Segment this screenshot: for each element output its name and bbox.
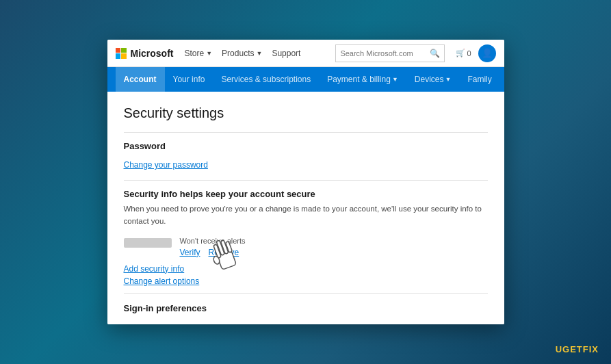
devices-chevron-icon: ▼ — [445, 76, 451, 83]
nav-payment-billing[interactable]: Payment & billing ▼ — [319, 67, 406, 92]
logo-sq-green — [121, 48, 127, 53]
search-bar[interactable]: 🔍 — [335, 44, 445, 62]
products-chevron-icon: ▼ — [256, 50, 262, 57]
nav-your-info[interactable]: Your info — [165, 67, 213, 92]
topbar-actions: 🛒 0 👤 — [456, 44, 495, 62]
nav-security-privacy[interactable]: Security & privacy — [500, 67, 504, 92]
search-icon: 🔍 — [430, 49, 440, 58]
add-security-info-link[interactable]: Add security info — [124, 264, 488, 274]
nav-devices[interactable]: Devices ▼ — [406, 67, 460, 92]
payment-chevron-icon: ▼ — [392, 76, 398, 83]
security-info-row: Won't receive alerts Verify Remove — [124, 237, 488, 257]
security-info-desc: When you need to prove you're you or a c… — [124, 203, 488, 227]
blurred-info-block — [124, 238, 172, 248]
password-heading: Password — [124, 141, 488, 151]
store-chevron-icon: ▼ — [206, 50, 212, 57]
cart-button[interactable]: 🛒 0 — [456, 49, 471, 57]
remove-link[interactable]: Remove — [209, 248, 239, 257]
ms-logo[interactable]: Microsoft — [116, 48, 174, 59]
page-title: Security settings — [124, 105, 488, 121]
watermark: UGETFIX — [556, 344, 599, 354]
nav-products[interactable]: Products ▼ — [222, 49, 262, 58]
security-info-heading: Security info helps keep your account se… — [124, 189, 488, 199]
divider-1 — [124, 132, 488, 133]
info-status-text: Won't receive alerts — [180, 237, 246, 245]
watermark-text: UGETFIX — [556, 344, 599, 354]
ms-nav-links: Store ▼ Products ▼ Support — [185, 49, 325, 58]
cart-count: 0 — [467, 49, 471, 57]
info-status-col: Won't receive alerts Verify Remove — [180, 237, 246, 257]
cart-icon: 🛒 — [456, 49, 465, 57]
avatar[interactable]: 👤 — [478, 44, 496, 62]
info-actions: Verify Remove — [180, 248, 246, 257]
ms-topbar: Microsoft Store ▼ Products ▼ Support 🔍 🛒… — [107, 40, 504, 67]
logo-sq-yellow — [121, 53, 127, 59]
change-alert-link[interactable]: Change alert options — [124, 276, 488, 286]
ms-logo-squares — [116, 48, 127, 59]
nav-store[interactable]: Store ▼ — [185, 49, 213, 58]
account-nav: Account Your info Services & subscriptio… — [107, 67, 504, 92]
divider-2 — [124, 180, 488, 181]
nav-support[interactable]: Support — [272, 49, 300, 58]
ms-logo-text: Microsoft — [131, 48, 174, 59]
sign-in-heading: Sign-in preferences — [124, 303, 488, 313]
divider-3 — [124, 293, 488, 294]
nav-account[interactable]: Account — [116, 67, 165, 92]
nav-family[interactable]: Family — [459, 67, 499, 92]
nav-services-subscriptions[interactable]: Services & subscriptions — [213, 67, 319, 92]
browser-window: Microsoft Store ▼ Products ▼ Support 🔍 🛒… — [107, 40, 504, 324]
change-password-link[interactable]: Change your password — [124, 160, 208, 170]
logo-sq-blue — [116, 53, 121, 59]
verify-link[interactable]: Verify — [180, 248, 200, 257]
search-input[interactable] — [340, 49, 427, 57]
main-content: Security settings Password Change your p… — [107, 92, 504, 324]
avatar-icon: 👤 — [482, 48, 493, 58]
logo-sq-red — [116, 48, 121, 53]
